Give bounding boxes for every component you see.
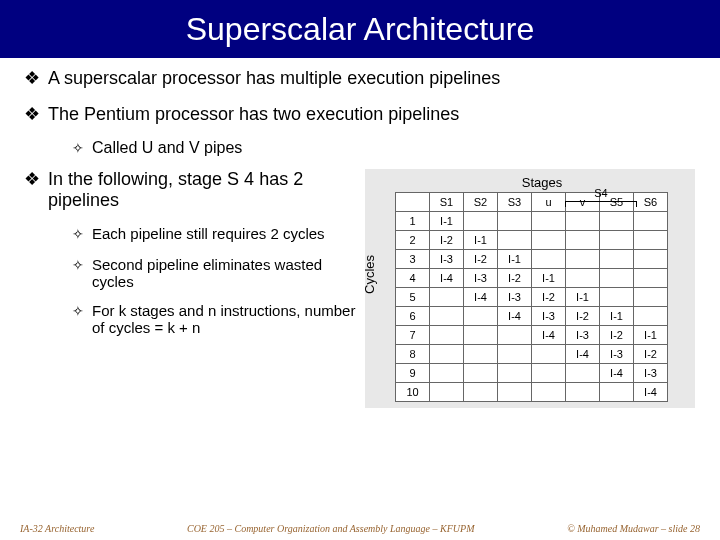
- table-cell: [600, 249, 634, 268]
- table-cell: [430, 363, 464, 382]
- table-cell: [430, 382, 464, 401]
- table-cell: I-3: [532, 306, 566, 325]
- row-header-cell: 7: [396, 325, 430, 344]
- table-cell: [600, 287, 634, 306]
- table-cell: I-3: [634, 363, 668, 382]
- table-cell: [566, 230, 600, 249]
- diamond-open-icon: ✧: [72, 139, 84, 159]
- table-cell: [532, 230, 566, 249]
- table-row: 5I-4I-3I-2I-1: [396, 287, 668, 306]
- bracket-line-icon: [565, 201, 637, 207]
- table-header-cell: S1: [430, 192, 464, 211]
- table-cell: [634, 306, 668, 325]
- row-header-cell: 9: [396, 363, 430, 382]
- table-header-cell: S3: [498, 192, 532, 211]
- bullet-text: Second pipeline eliminates wasted cycles: [92, 256, 359, 290]
- table-cell: I-4: [566, 344, 600, 363]
- diamond-filled-icon: ❖: [24, 104, 40, 126]
- left-column: ❖ In the following, stage S 4 has 2 pipe…: [24, 169, 359, 349]
- table-row: 7I-4I-3I-2I-1: [396, 325, 668, 344]
- table-row: 2I-2I-1: [396, 230, 668, 249]
- footer-center: COE 205 – Computer Organization and Asse…: [94, 523, 567, 534]
- table-row: 9I-4I-3: [396, 363, 668, 382]
- table-cell: [464, 363, 498, 382]
- table-cell: [634, 287, 668, 306]
- table-cell: [634, 268, 668, 287]
- table-row: 4I-4I-3I-2I-1: [396, 268, 668, 287]
- table-cell: I-3: [498, 287, 532, 306]
- s4-bracket: S4: [565, 187, 637, 207]
- title-bar: Superscalar Architecture: [0, 0, 720, 58]
- table-cell: [532, 249, 566, 268]
- row-header-cell: 5: [396, 287, 430, 306]
- bullet-sub: ✧ Each pipeline still requires 2 cycles: [72, 225, 359, 245]
- table-cell: [464, 382, 498, 401]
- table-cell: I-1: [464, 230, 498, 249]
- table-cell: I-4: [498, 306, 532, 325]
- table-cell: [498, 382, 532, 401]
- table-cell: [566, 249, 600, 268]
- slide-title: Superscalar Architecture: [186, 11, 535, 48]
- table-cell: [634, 230, 668, 249]
- table-cell: I-3: [430, 249, 464, 268]
- bullet-text: The Pentium processor has two execution …: [48, 104, 459, 125]
- row-header-cell: 2: [396, 230, 430, 249]
- table-cell: [498, 230, 532, 249]
- diamond-filled-icon: ❖: [24, 68, 40, 90]
- row-header-cell: 8: [396, 344, 430, 363]
- stages-axis-label: Stages: [395, 175, 689, 190]
- table-row: 8I-4I-3I-2: [396, 344, 668, 363]
- table-cell: [498, 344, 532, 363]
- table-cell: I-2: [532, 287, 566, 306]
- table-cell: I-2: [498, 268, 532, 287]
- pipeline-diagram: Stages S4 Cycles S1S2S3uvS5S61I-12I-2I-1…: [365, 169, 695, 408]
- table-cell: I-4: [532, 325, 566, 344]
- table-cell: I-2: [566, 306, 600, 325]
- bullet-text: Called U and V pipes: [92, 139, 242, 157]
- s4-label: S4: [594, 187, 607, 199]
- slide-content: ❖ A superscalar processor has multiple e…: [0, 58, 720, 408]
- table-cell: I-1: [430, 211, 464, 230]
- bullet-sub: ✧ Second pipeline eliminates wasted cycl…: [72, 256, 359, 290]
- bullet-main: ❖ In the following, stage S 4 has 2 pipe…: [24, 169, 359, 211]
- table-header-cell: S2: [464, 192, 498, 211]
- bullet-text: Each pipeline still requires 2 cycles: [92, 225, 325, 242]
- table-cell: [566, 363, 600, 382]
- table-cell: I-3: [600, 344, 634, 363]
- bullet-text: In the following, stage S 4 has 2 pipeli…: [48, 169, 359, 211]
- table-cell: I-2: [464, 249, 498, 268]
- diamond-open-icon: ✧: [72, 256, 84, 276]
- table-cell: I-1: [498, 249, 532, 268]
- table-cell: I-4: [634, 382, 668, 401]
- table-cell: [430, 344, 464, 363]
- table-cell: [532, 363, 566, 382]
- bullet-text: For k stages and n instructions, number …: [92, 302, 359, 336]
- table-cell: [430, 306, 464, 325]
- row-header-cell: 6: [396, 306, 430, 325]
- table-cell: I-1: [532, 268, 566, 287]
- table-cell: I-4: [430, 268, 464, 287]
- diamond-open-icon: ✧: [72, 302, 84, 322]
- diamond-open-icon: ✧: [72, 225, 84, 245]
- table-cell: [464, 211, 498, 230]
- table-cell: I-3: [566, 325, 600, 344]
- table-cell: [464, 325, 498, 344]
- table-cell: [566, 268, 600, 287]
- table-cell: I-4: [600, 363, 634, 382]
- diagram-container: Stages S4 Cycles S1S2S3uvS5S61I-12I-2I-1…: [365, 169, 695, 408]
- table-cell: I-1: [634, 325, 668, 344]
- table-cell: [600, 211, 634, 230]
- content-row: ❖ In the following, stage S 4 has 2 pipe…: [24, 169, 696, 408]
- table-row: 3I-3I-2I-1: [396, 249, 668, 268]
- table-cell: [600, 230, 634, 249]
- row-header-cell: 4: [396, 268, 430, 287]
- bullet-sub: ✧ Called U and V pipes: [72, 139, 696, 159]
- table-cell: I-4: [464, 287, 498, 306]
- table-cell: [634, 249, 668, 268]
- cycles-axis-label: Cycles: [362, 255, 377, 294]
- table-cell: [532, 211, 566, 230]
- row-header-cell: 3: [396, 249, 430, 268]
- table-cell: [498, 325, 532, 344]
- table-row: 1I-1: [396, 211, 668, 230]
- table-cell: [634, 211, 668, 230]
